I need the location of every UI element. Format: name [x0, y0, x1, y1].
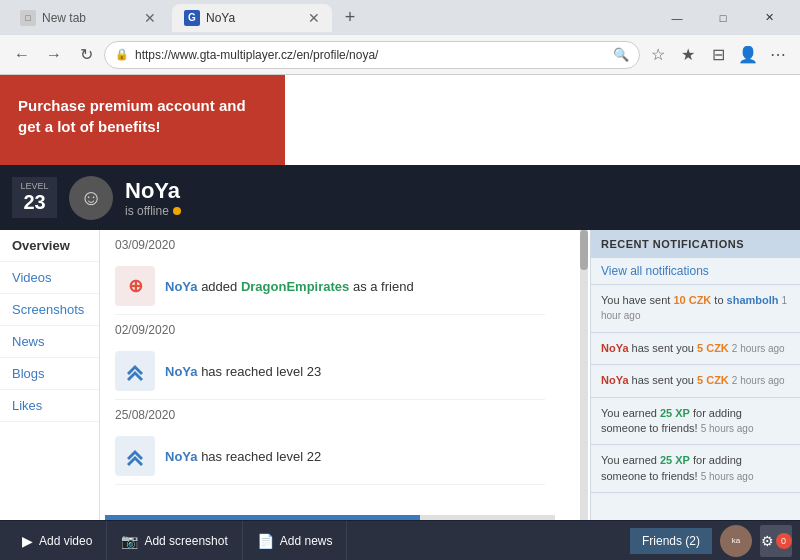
cast-button[interactable]: ⊟ [704, 41, 732, 69]
profile-status: is offline [125, 204, 181, 218]
friends-button[interactable]: Friends (2) [630, 528, 712, 554]
sidebar-item-likes[interactable]: Likes [0, 390, 99, 422]
activity-text-3: NoYa has reached level 22 [165, 449, 321, 464]
user-avatar-text: ka [732, 536, 740, 545]
activity-user-1[interactable]: NoYa [165, 279, 198, 294]
toolbar-right: Friends (2) ka ⚙ 0 [630, 525, 792, 557]
chevron-up-double-icon [121, 357, 149, 385]
date-header-3: 25/08/2020 [115, 400, 545, 428]
sidebar: Overview Videos Screenshots News Blogs L… [0, 230, 100, 530]
level-number: 23 [18, 191, 51, 214]
notif-time-2: 2 hours ago [732, 343, 785, 354]
notif-amount-1: 10 CZK [673, 294, 711, 306]
tab-noya[interactable]: G NoYa ✕ [172, 4, 332, 32]
tab-new-tab-close[interactable]: ✕ [144, 11, 156, 25]
activity-user-2[interactable]: NoYa [165, 364, 198, 379]
address-bar[interactable]: 🔒 https://www.gta-multiplayer.cz/en/prof… [104, 41, 640, 69]
notif-time-5: 5 hours ago [701, 471, 754, 482]
avatar: ☺ [69, 176, 113, 220]
level-up-icon-1 [115, 351, 155, 391]
profile-info: NoYa is offline [125, 178, 181, 218]
date-header-2: 02/09/2020 [115, 315, 545, 343]
sidebar-item-screenshots[interactable]: Screenshots [0, 294, 99, 326]
close-button[interactable]: ✕ [746, 0, 792, 35]
back-button[interactable]: ← [8, 41, 36, 69]
settings-button[interactable]: ⚙ 0 [760, 525, 792, 557]
tab-new-tab[interactable]: □ New tab ✕ [8, 4, 168, 32]
view-all-notifications[interactable]: View all notifications [591, 258, 800, 285]
user-button[interactable]: 👤 [734, 41, 762, 69]
notif-amount-2: 5 CZK [697, 342, 729, 354]
level-label: LEVEL [18, 181, 51, 191]
address-text: https://www.gta-multiplayer.cz/en/profil… [135, 48, 607, 62]
page-content: Purchase premium account and get a lot o… [0, 75, 800, 560]
banner-text: Purchase premium account and get a lot o… [18, 97, 246, 135]
level-up-icon-2 [115, 436, 155, 476]
activity-text-1: NoYa added DragonEmpirates as a friend [165, 279, 414, 294]
settings-icon: ⚙ [761, 533, 774, 549]
tab-noya-label: NoYa [206, 11, 235, 25]
minimize-button[interactable]: — [654, 0, 700, 35]
refresh-button[interactable]: ↻ [72, 41, 100, 69]
nav-bar: ← → ↻ 🔒 https://www.gta-multiplayer.cz/e… [0, 35, 800, 75]
new-tab-icon: □ [20, 10, 36, 26]
profile-name: NoYa [125, 178, 181, 204]
add-screenshot-label: Add screenshot [144, 534, 227, 548]
activity-item-1: ⊕ NoYa added DragonEmpirates as a friend [115, 258, 545, 315]
notification-item-5: You earned 25 XP for adding someone to f… [591, 445, 800, 493]
date-header-1: 03/09/2020 [115, 230, 545, 258]
notification-item-1: You have sent 10 CZK to shambolh 1 hour … [591, 285, 800, 333]
add-news-button[interactable]: 📄 Add news [243, 521, 348, 560]
level-badge: LEVEL 23 [12, 177, 57, 218]
add-video-label: Add video [39, 534, 92, 548]
notif-xp-4: 25 XP [660, 407, 690, 419]
notif-time-3: 2 hours ago [732, 375, 785, 386]
notification-item-3: NoYa has sent you 5 CZK 2 hours ago [591, 365, 800, 397]
main-content: 03/09/2020 ⊕ NoYa added DragonEmpirates … [105, 230, 555, 560]
sidebar-item-overview[interactable]: Overview [0, 230, 99, 262]
title-bar: □ New tab ✕ G NoYa ✕ + — □ ✕ [0, 0, 800, 35]
more-button[interactable]: ⋯ [764, 41, 792, 69]
premium-banner[interactable]: Purchase premium account and get a lot o… [0, 75, 285, 165]
add-screenshot-button[interactable]: 📷 Add screenshot [107, 521, 242, 560]
bookmark-button[interactable]: ★ [674, 41, 702, 69]
screenshot-icon: 📷 [121, 533, 138, 549]
forward-button[interactable]: → [40, 41, 68, 69]
status-text: is offline [125, 204, 169, 218]
news-icon: 📄 [257, 533, 274, 549]
notif-time-4: 5 hours ago [701, 423, 754, 434]
tab-noya-close[interactable]: ✕ [308, 11, 320, 25]
notif-sender-3[interactable]: NoYa [601, 374, 629, 386]
window-controls: — □ ✕ [654, 0, 792, 35]
search-icon[interactable]: 🔍 [613, 47, 629, 62]
scrollbar[interactable] [580, 230, 588, 560]
notification-count: 0 [776, 533, 792, 549]
nav-actions: ☆ ★ ⊟ 👤 ⋯ [644, 41, 792, 69]
tab-new-tab-label: New tab [42, 11, 86, 25]
notif-xp-5: 25 XP [660, 454, 690, 466]
friends-label: Friends (2) [642, 534, 700, 548]
notifications-header: RECENT NOTIFICATIONS [591, 230, 800, 258]
sidebar-item-news[interactable]: News [0, 326, 99, 358]
bottom-toolbar: ▶ Add video 📷 Add screenshot 📄 Add news … [0, 520, 800, 560]
new-tab-button[interactable]: + [336, 4, 364, 32]
notification-item-2: NoYa has sent you 5 CZK 2 hours ago [591, 333, 800, 365]
scroll-thumb[interactable] [580, 230, 588, 270]
activity-user-3[interactable]: NoYa [165, 449, 198, 464]
maximize-button[interactable]: □ [700, 0, 746, 35]
notif-sender-2[interactable]: NoYa [601, 342, 629, 354]
sidebar-item-blogs[interactable]: Blogs [0, 358, 99, 390]
add-friend-icon: ⊕ [115, 266, 155, 306]
notifications-panel: RECENT NOTIFICATIONS View all notificati… [590, 230, 800, 560]
activity-friend-1[interactable]: DragonEmpirates [241, 279, 349, 294]
user-avatar[interactable]: ka [720, 525, 752, 557]
profile-bar: LEVEL 23 ☺ NoYa is offline [0, 165, 800, 230]
notif-name-1[interactable]: shambolh [727, 294, 779, 306]
add-video-button[interactable]: ▶ Add video [8, 521, 107, 560]
bookmark-star-button[interactable]: ☆ [644, 41, 672, 69]
status-dot [173, 207, 181, 215]
noya-tab-icon: G [184, 10, 200, 26]
sidebar-item-videos[interactable]: Videos [0, 262, 99, 294]
video-icon: ▶ [22, 533, 33, 549]
add-news-label: Add news [280, 534, 333, 548]
